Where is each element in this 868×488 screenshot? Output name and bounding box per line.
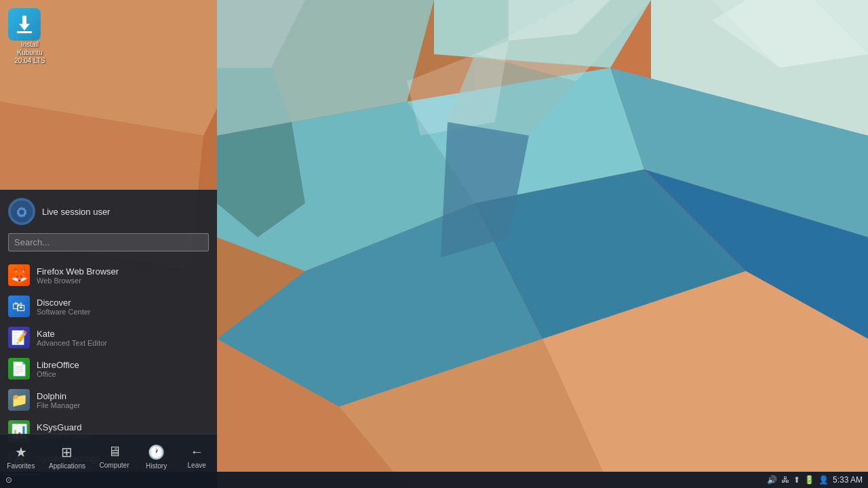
discover-icon: 🛍 (8, 296, 30, 317)
libreoffice-icon: 📄 (8, 358, 30, 380)
svg-marker-19 (475, 0, 651, 81)
svg-marker-11 (610, 68, 868, 237)
taskbar-favorites-label: Favorites (7, 462, 35, 470)
dolphin-icon: 📁 (8, 389, 30, 411)
svg-marker-9 (217, 102, 475, 271)
taskbar-history[interactable]: 🕐History (138, 440, 175, 474)
kate-icon: 📝 (8, 327, 30, 348)
discover-desc: Software Center (37, 308, 90, 316)
dolphin-name: Dolphin (37, 391, 80, 401)
svg-marker-18 (217, 0, 305, 68)
libreoffice-name: LibreOffice (37, 360, 79, 370)
svg-marker-12 (217, 203, 542, 407)
svg-marker-2 (217, 0, 475, 488)
launcher-panel: Live session user 🦊Firefox Web BrowserWe… (0, 190, 217, 488)
app-item-firefox[interactable]: 🦊Firefox Web BrowserWeb Browser (0, 260, 217, 291)
taskbar-applications-icon: ⊞ (61, 444, 73, 460)
firefox-icon: 🦊 (8, 264, 30, 286)
install-icon-image (8, 8, 41, 41)
search-input[interactable] (8, 233, 209, 251)
dolphin-desc: File Manager (37, 401, 80, 409)
app-item-libreoffice[interactable]: 📄LibreOfficeOffice (0, 353, 217, 384)
kde-menu-icon[interactable]: ⊙ (5, 475, 12, 485)
taskbar-computer[interactable]: 🖥Computer (94, 440, 135, 473)
svg-marker-22 (448, 54, 576, 136)
svg-marker-8 (651, 0, 868, 136)
svg-marker-7 (434, 0, 651, 68)
svg-marker-25 (407, 41, 509, 136)
svg-marker-15 (217, 339, 407, 488)
system-tray: ⊙ 🔊 🖧 ⬆ 🔋 👤 5:33 AM (0, 472, 868, 488)
firefox-name: Firefox Web Browser (37, 266, 119, 277)
libreoffice-desc: Office (37, 370, 79, 378)
svg-marker-20 (712, 0, 868, 68)
taskbar-leave[interactable]: ←Leave (178, 440, 216, 473)
app-item-dolphin[interactable]: 📁DolphinFile Manager (0, 384, 217, 415)
kate-name: Kate (37, 329, 107, 339)
taskbar-applications[interactable]: ⊞Applications (43, 440, 91, 474)
install-kubuntu-label: Install Kubuntu 20.04 LTS (8, 41, 52, 65)
kate-desc: Advanced Text Editor (37, 339, 107, 347)
svg-marker-26 (217, 122, 305, 237)
taskbar-leave-icon: ← (190, 444, 203, 460)
svg-marker-16 (339, 339, 610, 488)
taskbar-computer-label: Computer (100, 462, 130, 469)
svg-rect-30 (17, 31, 32, 33)
firefox-desc: Web Browser (37, 277, 119, 285)
taskbar-applications-label: Applications (49, 462, 85, 470)
user-name-label: Live session user (42, 207, 110, 217)
taskbar-leave-label: Leave (188, 462, 206, 469)
svg-marker-17 (542, 271, 868, 488)
svg-marker-6 (217, 0, 434, 136)
svg-marker-13 (475, 169, 746, 339)
svg-marker-14 (644, 169, 868, 339)
search-container (0, 230, 217, 257)
taskbar-history-label: History (146, 462, 167, 470)
taskbar-favorites-icon: ★ (15, 444, 27, 460)
app-item-kate[interactable]: 📝KateAdvanced Text Editor (0, 322, 217, 353)
svg-marker-21 (217, 68, 292, 136)
install-kubuntu-icon[interactable]: Install Kubuntu 20.04 LTS (5, 5, 54, 68)
ksysguard-name: KSysGuard (37, 422, 88, 432)
svg-marker-29 (19, 24, 30, 30)
svg-marker-24 (712, 0, 868, 68)
discover-name: Discover (37, 298, 90, 308)
user-header: Live session user (0, 190, 217, 230)
svg-marker-27 (441, 122, 529, 258)
network-tray-icon[interactable]: 🖧 (781, 475, 789, 485)
svg-rect-28 (22, 16, 26, 25)
svg-point-32 (19, 209, 24, 214)
taskbar-computer-icon: 🖥 (108, 444, 121, 460)
updates-tray-icon[interactable]: ⬆ (793, 475, 800, 485)
taskbar-favorites[interactable]: ★Favorites (1, 440, 40, 475)
battery-tray-icon[interactable]: 🔋 (804, 475, 814, 485)
svg-marker-23 (509, 0, 610, 41)
system-clock: 5:33 AM (833, 475, 863, 485)
svg-marker-10 (407, 68, 644, 203)
user-avatar (8, 198, 35, 225)
volume-tray-icon[interactable]: 🔊 (767, 475, 777, 485)
app-item-discover[interactable]: 🛍DiscoverSoftware Center (0, 291, 217, 322)
taskbar-history-icon: 🕐 (148, 444, 165, 460)
user-tray-icon[interactable]: 👤 (818, 475, 829, 485)
